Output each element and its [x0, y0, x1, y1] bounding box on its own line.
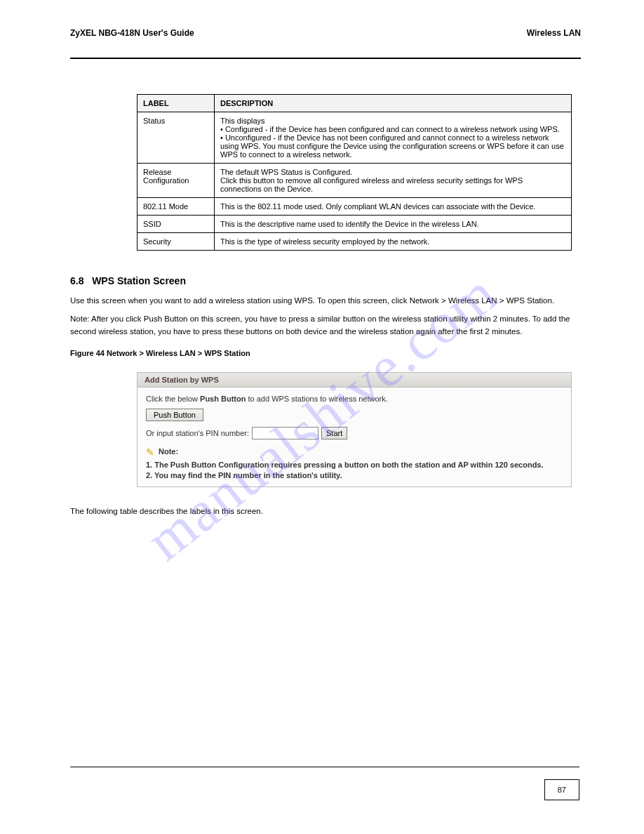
- table-row: SSID This is the descriptive name used t…: [137, 216, 572, 233]
- wps-instr-part3: to add WPS stations to wireless network.: [246, 395, 387, 403]
- cell-desc: This is the type of wireless security em…: [215, 233, 572, 251]
- figure-caption: Figure 44 Network > Wireless LAN > WPS S…: [70, 348, 581, 359]
- wps-instr-part1: Click the below: [146, 395, 200, 403]
- note-icon: ✎: [146, 447, 154, 457]
- table-row: 802.11 Mode This is the 802.11 mode used…: [137, 198, 572, 216]
- cell-desc: This is the 802.11 mode used. Only compl…: [215, 198, 572, 216]
- header-right: Wireless LAN: [527, 28, 581, 38]
- label-description-table: LABEL DESCRIPTION Status This displays •…: [137, 94, 572, 251]
- cell-label: Security: [137, 233, 215, 251]
- cell-desc: This is the descriptive name used to ide…: [215, 216, 572, 233]
- pin-label: Or input station's PIN number:: [146, 429, 249, 437]
- cell-desc: The default WPS Status is Configured. Cl…: [215, 164, 572, 198]
- table-row: Status This displays • Configured - if t…: [137, 112, 572, 164]
- section-body-1: Use this screen when you want to add a w…: [70, 295, 581, 307]
- section-title: WPS Station Screen: [92, 275, 186, 286]
- cell-desc: This displays • Configured - if the Devi…: [215, 112, 572, 164]
- push-button[interactable]: Push Button: [146, 409, 203, 421]
- header-rule: [70, 58, 581, 59]
- cell-label: Release Configuration: [137, 164, 215, 198]
- cell-label: 802.11 Mode: [137, 198, 215, 216]
- table-header-label: LABEL: [137, 95, 215, 112]
- pin-input[interactable]: [252, 427, 318, 439]
- wps-instruction-line: Click the below Push Button to add WPS s…: [146, 395, 563, 403]
- note-label: Note:: [159, 446, 178, 457]
- table-row: Release Configuration The default WPS St…: [137, 164, 572, 198]
- note-line-2: 2. You may find the PIN number in the st…: [146, 470, 563, 481]
- start-button[interactable]: Start: [321, 427, 347, 439]
- page-number: 87: [544, 779, 579, 800]
- section-body-2: Note: After you click Push Button on thi…: [70, 313, 581, 338]
- section-number: 6.8: [70, 275, 83, 286]
- table-header-description: DESCRIPTION: [215, 95, 572, 112]
- cell-label: SSID: [137, 216, 215, 233]
- footer-rule: [70, 767, 579, 767]
- header-left: ZyXEL NBG-418N User's Guide: [70, 28, 194, 38]
- table-row: Security This is the type of wireless se…: [137, 233, 572, 251]
- cell-label: Status: [137, 112, 215, 164]
- below-intro: The following table describes the labels…: [70, 505, 581, 518]
- wps-panel: Add Station by WPS Click the below Push …: [137, 372, 572, 487]
- section-heading: 6.8 WPS Station Screen: [70, 275, 581, 286]
- wps-panel-title: Add Station by WPS: [137, 373, 571, 388]
- note-line-1: 1. The Push Button Configuration require…: [146, 460, 563, 470]
- wps-instr-bold: Push Button: [200, 395, 246, 403]
